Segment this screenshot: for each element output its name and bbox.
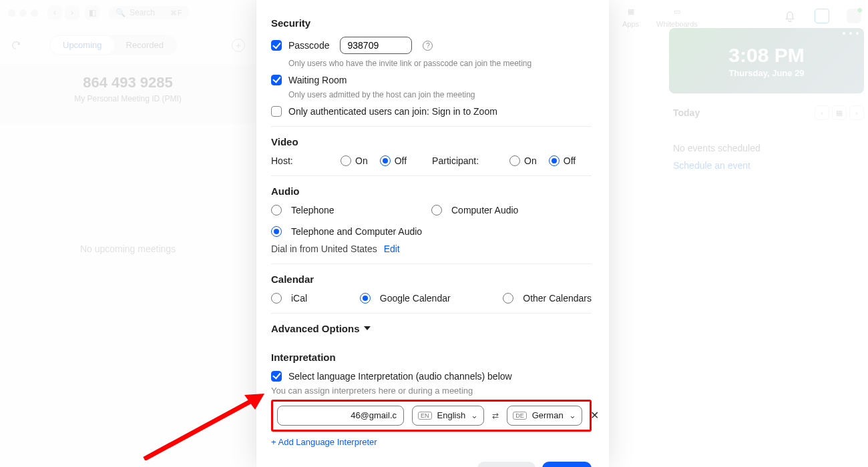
interp-heading: Interpretation	[271, 352, 592, 363]
waiting-row: Waiting Room	[271, 75, 592, 85]
save-button[interactable]: Save	[542, 462, 592, 467]
interpreter-row-highlight: EN English ⌄ ⇄ DE German ⌄ ✕	[271, 400, 592, 432]
nav-fwd-icon[interactable]: ›	[65, 5, 79, 20]
traffic-max-icon[interactable]	[31, 9, 38, 17]
waiting-checkbox[interactable]	[271, 75, 282, 85]
dial-edit-link[interactable]: Edit	[384, 244, 400, 254]
modal-footer: Cancel Save	[271, 462, 592, 467]
no-events-msg: No events scheduled	[673, 143, 868, 153]
lang-from-code: EN	[418, 412, 432, 420]
search-placeholder: Search	[130, 8, 155, 17]
auth-checkbox[interactable]	[271, 106, 282, 117]
help-icon[interactable]: ?	[423, 41, 433, 51]
interp-checkbox[interactable]	[271, 371, 282, 382]
left-pane: ‹ › ◧ 🔍 Search ⌘F Upcoming Recorded + 86…	[0, 0, 256, 467]
cal-ical-radio[interactable]	[271, 293, 282, 304]
passcode-row: Passcode ?	[271, 37, 592, 54]
history-icon[interactable]: ◧	[85, 5, 99, 20]
seg-upcoming[interactable]: Upcoming	[51, 36, 114, 54]
lang-to-label: German	[532, 410, 564, 420]
participant-label: Participant:	[432, 155, 504, 166]
dial-row: Dial in from United States Edit	[271, 244, 592, 254]
seg-recorded[interactable]: Recorded	[114, 36, 176, 54]
lang-from-select[interactable]: EN English ⌄	[412, 406, 484, 426]
meetings-segment[interactable]: Upcoming Recorded	[49, 35, 177, 55]
traffic-close-icon[interactable]	[8, 9, 15, 17]
traffic-min-icon[interactable]	[19, 9, 27, 17]
host-on-label: On	[355, 155, 368, 166]
pmi-block[interactable]: 864 493 9285 My Personal Meeting ID (PMI…	[0, 65, 256, 123]
divider	[271, 264, 592, 264]
search-input[interactable]: 🔍 Search ⌘F	[109, 6, 189, 19]
add-meeting-icon[interactable]: +	[232, 39, 245, 52]
bell-icon[interactable]	[783, 9, 797, 23]
card-menu-icon[interactable]	[843, 32, 859, 35]
interp-select-row: Select language Interpretation (audio ch…	[271, 371, 592, 382]
day-grid-icon[interactable]: ▦	[832, 105, 847, 120]
passcode-hint: Only users who have the invite link or p…	[288, 58, 592, 69]
passcode-input[interactable]	[340, 37, 412, 54]
host-on-radio[interactable]	[341, 155, 351, 166]
passcode-label: Passcode	[288, 40, 329, 51]
auth-label: Only authenticated users can join: Sign …	[288, 106, 497, 117]
host-off-label: Off	[395, 155, 407, 166]
avatar[interactable]	[847, 9, 861, 23]
cal-google-radio[interactable]	[360, 293, 371, 304]
pmi-label: My Personal Meeting ID (PMI)	[0, 94, 256, 103]
apps-tab[interactable]: ▦ Apps	[622, 4, 639, 28]
part-off-label: Off	[564, 155, 576, 166]
advanced-toggle[interactable]: Advanced Options	[271, 323, 592, 334]
host-off-radio[interactable]	[380, 155, 391, 166]
audio-both-radio[interactable]	[271, 226, 282, 237]
audio-comp-label: Computer Audio	[451, 205, 518, 215]
clock-date: Thursday, June 29	[728, 68, 804, 78]
cal-other-label: Other Calendars	[523, 293, 592, 304]
apps-label: Apps	[622, 20, 639, 28]
passcode-checkbox[interactable]	[271, 40, 282, 51]
waiting-hint: Only users admitted by the host can join…	[288, 89, 592, 101]
security-heading: Security	[271, 17, 592, 29]
today-row: Today ‹ ▦ ›	[673, 105, 864, 120]
nav-back-icon[interactable]: ‹	[47, 5, 62, 20]
refresh-icon[interactable]	[11, 40, 21, 51]
whiteboards-tab[interactable]: ▭ Whiteboards	[656, 4, 698, 28]
interpreter-email-input[interactable]	[277, 406, 404, 426]
cal-ical-label: iCal	[291, 293, 307, 304]
audio-options: Telephone Computer Audio Telephone and C…	[271, 205, 592, 237]
traffic-lights	[8, 9, 38, 17]
part-on-radio[interactable]	[509, 155, 520, 166]
day-prev-icon[interactable]: ‹	[815, 105, 829, 120]
clock-time: 3:08 PM	[728, 44, 804, 67]
audio-tel-label: Telephone	[291, 205, 335, 215]
cancel-button[interactable]: Cancel	[477, 462, 535, 467]
lang-to-code: DE	[513, 412, 527, 420]
chevron-down-icon: ⌄	[471, 410, 478, 420]
chevron-down-icon	[364, 326, 371, 330]
search-kbd: ⌘F	[170, 9, 182, 17]
interp-hint: You can assign interpreters here or duri…	[271, 386, 592, 396]
day-next-icon[interactable]: ›	[849, 105, 864, 120]
lang-to-select[interactable]: DE German ⌄	[507, 406, 582, 426]
pmi-number: 864 493 9285	[0, 74, 256, 91]
calendar-row: iCal Google Calendar Other Calendars	[271, 293, 592, 304]
today-label: Today	[673, 107, 700, 118]
swap-icon[interactable]: ⇄	[492, 411, 499, 420]
schedule-link[interactable]: Schedule an event	[673, 160, 868, 171]
audio-tel-radio[interactable]	[271, 205, 282, 215]
host-label: Host:	[271, 155, 335, 166]
part-off-radio[interactable]	[549, 155, 560, 166]
cal-other-radio[interactable]	[503, 293, 513, 304]
calendar-heading: Calendar	[271, 274, 592, 285]
remove-interpreter-icon[interactable]: ✕	[590, 409, 599, 422]
view-toggle-icon[interactable]	[815, 9, 829, 23]
audio-comp-radio[interactable]	[431, 205, 442, 215]
auth-row: Only authenticated users can join: Sign …	[271, 106, 592, 117]
nav-arrows: ‹ ›	[47, 5, 79, 20]
day-nav: ‹ ▦ ›	[815, 105, 864, 120]
waiting-label: Waiting Room	[288, 75, 347, 85]
advanced-label: Advanced Options	[271, 323, 360, 334]
divider	[271, 126, 592, 127]
add-interpreter-link[interactable]: + Add Language Interpreter	[271, 437, 592, 447]
search-icon: 🔍	[116, 8, 126, 17]
window-toolbar: ‹ › ◧ 🔍 Search ⌘F	[0, 0, 256, 25]
